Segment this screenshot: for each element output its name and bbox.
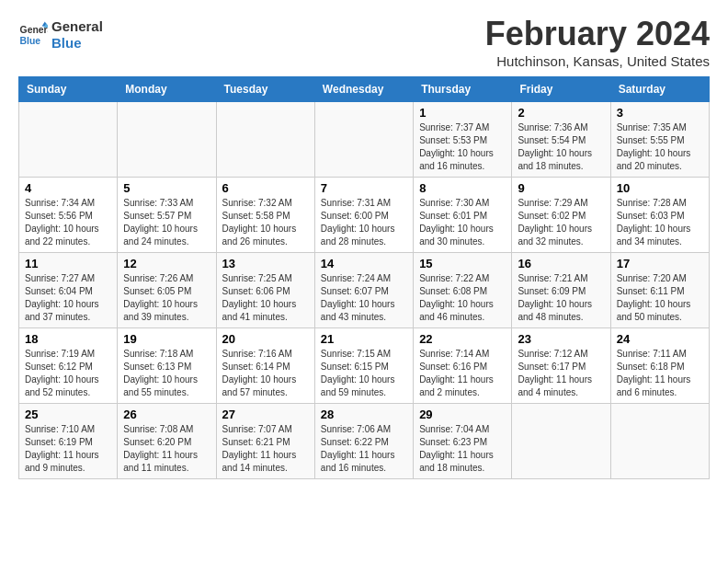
day-number: 28: [321, 408, 407, 421]
day-info: Sunrise: 7:21 AM Sunset: 6:09 PM Dayligh…: [518, 272, 604, 324]
calendar-cell: 8Sunrise: 7:30 AM Sunset: 6:01 PM Daylig…: [414, 178, 512, 253]
day-number: 26: [123, 408, 210, 421]
calendar-cell: 28Sunrise: 7:06 AM Sunset: 6:22 PM Dayli…: [314, 404, 413, 479]
calendar-cell: 9Sunrise: 7:29 AM Sunset: 6:02 PM Daylig…: [512, 178, 610, 253]
calendar-cell: 19Sunrise: 7:18 AM Sunset: 6:13 PM Dayli…: [118, 328, 216, 404]
day-number: 16: [518, 257, 604, 270]
day-info: Sunrise: 7:29 AM Sunset: 6:02 PM Dayligh…: [518, 197, 604, 248]
calendar-cell: 18Sunrise: 7:19 AM Sunset: 6:12 PM Dayli…: [19, 328, 118, 404]
day-number: 18: [25, 332, 111, 346]
day-number: 14: [321, 257, 407, 270]
calendar-cell: [512, 404, 610, 479]
calendar-cell: 10Sunrise: 7:28 AM Sunset: 6:03 PM Dayli…: [610, 178, 709, 253]
day-info: Sunrise: 7:30 AM Sunset: 6:01 PM Dayligh…: [419, 197, 506, 248]
day-number: 20: [222, 332, 309, 346]
calendar-cell: 29Sunrise: 7:04 AM Sunset: 6:23 PM Dayli…: [414, 404, 512, 479]
day-number: 7: [321, 181, 407, 195]
day-info: Sunrise: 7:10 AM Sunset: 6:19 PM Dayligh…: [25, 423, 111, 475]
calendar-cell: 4Sunrise: 7:34 AM Sunset: 5:56 PM Daylig…: [19, 178, 118, 253]
day-info: Sunrise: 7:25 AM Sunset: 6:06 PM Dayligh…: [222, 272, 309, 324]
day-info: Sunrise: 7:22 AM Sunset: 6:08 PM Dayligh…: [419, 272, 506, 324]
calendar-week-2: 4Sunrise: 7:34 AM Sunset: 5:56 PM Daylig…: [19, 178, 710, 253]
calendar-table: SundayMondayTuesdayWednesdayThursdayFrid…: [18, 76, 710, 479]
calendar-cell: [19, 102, 118, 178]
calendar-cell: 5Sunrise: 7:33 AM Sunset: 5:57 PM Daylig…: [118, 178, 216, 253]
calendar-cell: 6Sunrise: 7:32 AM Sunset: 5:58 PM Daylig…: [216, 178, 314, 253]
day-info: Sunrise: 7:34 AM Sunset: 5:56 PM Dayligh…: [25, 197, 111, 248]
calendar-cell: 26Sunrise: 7:08 AM Sunset: 6:20 PM Dayli…: [118, 404, 216, 479]
day-info: Sunrise: 7:11 AM Sunset: 6:18 PM Dayligh…: [617, 348, 703, 399]
weekday-header-friday: Friday: [512, 77, 610, 102]
calendar-cell: 21Sunrise: 7:15 AM Sunset: 6:15 PM Dayli…: [314, 328, 413, 404]
calendar-week-4: 18Sunrise: 7:19 AM Sunset: 6:12 PM Dayli…: [19, 328, 710, 404]
day-info: Sunrise: 7:37 AM Sunset: 5:53 PM Dayligh…: [419, 121, 506, 173]
calendar-cell: [610, 404, 709, 479]
day-number: 19: [123, 332, 210, 346]
logo: General Blue General Blue: [18, 18, 103, 52]
day-info: Sunrise: 7:28 AM Sunset: 6:03 PM Dayligh…: [617, 197, 703, 248]
calendar-cell: 14Sunrise: 7:24 AM Sunset: 6:07 PM Dayli…: [314, 253, 413, 328]
day-info: Sunrise: 7:07 AM Sunset: 6:21 PM Dayligh…: [222, 423, 309, 475]
day-info: Sunrise: 7:36 AM Sunset: 5:54 PM Dayligh…: [518, 121, 604, 173]
calendar-cell: 7Sunrise: 7:31 AM Sunset: 6:00 PM Daylig…: [314, 178, 413, 253]
day-number: 23: [518, 332, 604, 346]
day-info: Sunrise: 7:27 AM Sunset: 6:04 PM Dayligh…: [25, 272, 111, 324]
calendar-week-5: 25Sunrise: 7:10 AM Sunset: 6:19 PM Dayli…: [19, 404, 710, 479]
calendar-cell: 3Sunrise: 7:35 AM Sunset: 5:55 PM Daylig…: [610, 102, 709, 178]
logo-blue: Blue: [51, 35, 103, 52]
day-number: 22: [419, 332, 506, 346]
calendar-cell: [314, 102, 413, 178]
day-info: Sunrise: 7:19 AM Sunset: 6:12 PM Dayligh…: [25, 348, 111, 399]
day-number: 6: [222, 181, 309, 195]
title-area: February 2024 Hutchinson, Kansas, United…: [485, 15, 710, 69]
calendar-week-1: 1Sunrise: 7:37 AM Sunset: 5:53 PM Daylig…: [19, 102, 710, 178]
day-info: Sunrise: 7:06 AM Sunset: 6:22 PM Dayligh…: [321, 423, 407, 475]
day-number: 15: [419, 257, 506, 270]
day-number: 10: [617, 181, 703, 195]
day-info: Sunrise: 7:26 AM Sunset: 6:05 PM Dayligh…: [123, 272, 210, 324]
day-number: 12: [123, 257, 210, 270]
calendar-cell: 24Sunrise: 7:11 AM Sunset: 6:18 PM Dayli…: [610, 328, 709, 404]
calendar-cell: 17Sunrise: 7:20 AM Sunset: 6:11 PM Dayli…: [610, 253, 709, 328]
calendar-cell: 27Sunrise: 7:07 AM Sunset: 6:21 PM Dayli…: [216, 404, 314, 479]
calendar-week-3: 11Sunrise: 7:27 AM Sunset: 6:04 PM Dayli…: [19, 253, 710, 328]
day-info: Sunrise: 7:14 AM Sunset: 6:16 PM Dayligh…: [419, 348, 506, 399]
day-info: Sunrise: 7:08 AM Sunset: 6:20 PM Dayligh…: [123, 423, 210, 475]
day-number: 5: [123, 181, 210, 195]
weekday-header-tuesday: Tuesday: [216, 77, 314, 102]
day-number: 24: [617, 332, 703, 346]
day-number: 11: [25, 257, 111, 270]
weekday-header-saturday: Saturday: [610, 77, 709, 102]
day-number: 8: [419, 181, 506, 195]
day-number: 4: [25, 181, 111, 195]
calendar-cell: 16Sunrise: 7:21 AM Sunset: 6:09 PM Dayli…: [512, 253, 610, 328]
logo-icon: General Blue: [18, 20, 48, 50]
calendar-cell: 1Sunrise: 7:37 AM Sunset: 5:53 PM Daylig…: [414, 102, 512, 178]
day-info: Sunrise: 7:16 AM Sunset: 6:14 PM Dayligh…: [222, 348, 309, 399]
calendar-cell: 20Sunrise: 7:16 AM Sunset: 6:14 PM Dayli…: [216, 328, 314, 404]
day-number: 27: [222, 408, 309, 421]
calendar-cell: 11Sunrise: 7:27 AM Sunset: 6:04 PM Dayli…: [19, 253, 118, 328]
month-title: February 2024: [485, 15, 710, 53]
day-info: Sunrise: 7:32 AM Sunset: 5:58 PM Dayligh…: [222, 197, 309, 248]
day-number: 9: [518, 181, 604, 195]
day-info: Sunrise: 7:12 AM Sunset: 6:17 PM Dayligh…: [518, 348, 604, 399]
day-info: Sunrise: 7:04 AM Sunset: 6:23 PM Dayligh…: [419, 423, 506, 475]
day-number: 21: [321, 332, 407, 346]
calendar-cell: 22Sunrise: 7:14 AM Sunset: 6:16 PM Dayli…: [414, 328, 512, 404]
day-number: 29: [419, 408, 506, 421]
day-info: Sunrise: 7:33 AM Sunset: 5:57 PM Dayligh…: [123, 197, 210, 248]
day-info: Sunrise: 7:15 AM Sunset: 6:15 PM Dayligh…: [321, 348, 407, 399]
day-info: Sunrise: 7:18 AM Sunset: 6:13 PM Dayligh…: [123, 348, 210, 399]
svg-text:General: General: [20, 25, 48, 35]
weekday-header-sunday: Sunday: [19, 77, 118, 102]
calendar-cell: 25Sunrise: 7:10 AM Sunset: 6:19 PM Dayli…: [19, 404, 118, 479]
weekday-header-monday: Monday: [118, 77, 216, 102]
logo-general: General: [51, 18, 103, 35]
weekday-header-wednesday: Wednesday: [314, 77, 413, 102]
calendar-cell: 12Sunrise: 7:26 AM Sunset: 6:05 PM Dayli…: [118, 253, 216, 328]
calendar-cell: 23Sunrise: 7:12 AM Sunset: 6:17 PM Dayli…: [512, 328, 610, 404]
day-info: Sunrise: 7:35 AM Sunset: 5:55 PM Dayligh…: [617, 121, 703, 173]
calendar-cell: [118, 102, 216, 178]
calendar-cell: 2Sunrise: 7:36 AM Sunset: 5:54 PM Daylig…: [512, 102, 610, 178]
